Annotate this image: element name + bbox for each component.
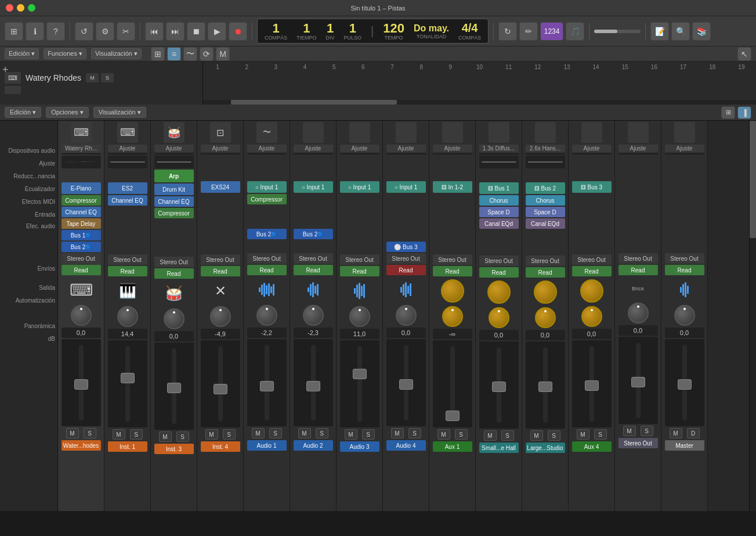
mute-btn-aux4[interactable]: M xyxy=(577,429,589,440)
mixer-grid-view[interactable]: ⊞ xyxy=(721,106,735,119)
solo-btn-audio3[interactable]: S xyxy=(362,429,375,440)
close-button[interactable] xyxy=(6,4,13,12)
ch-pan-stereoout[interactable] xyxy=(628,303,649,323)
ch-auto-watery[interactable]: Read xyxy=(62,265,101,275)
ch-input-aux1[interactable]: ⚅ In 1-2 xyxy=(433,181,472,193)
ch-auto-stereoout[interactable]: Read xyxy=(618,265,658,275)
fader-handle-master[interactable] xyxy=(678,379,692,390)
ch-fader-inst3[interactable] xyxy=(154,343,194,430)
play-button[interactable]: ▶ xyxy=(208,22,226,41)
ch-fader-smallhall[interactable] xyxy=(479,341,519,429)
ch-adjust-audio2[interactable]: Ajuste xyxy=(294,145,333,152)
pencil-button[interactable]: ✏ xyxy=(519,22,538,41)
ch-input-watery[interactable]: E-Piano xyxy=(62,182,101,194)
ch-pan-audio1[interactable] xyxy=(256,305,277,326)
ch-input-audio2[interactable]: ○ Input 1 xyxy=(294,181,333,193)
ch-auto-audio3[interactable]: Read xyxy=(340,266,379,276)
fader-handle-audio2[interactable] xyxy=(306,381,320,391)
ch-pan-smallhall[interactable] xyxy=(489,307,509,328)
ch-fx-channeleq-watery[interactable]: Channel EQ xyxy=(62,207,101,217)
ch-adjust-inst3[interactable]: Ajuste xyxy=(154,145,194,152)
ch-adjust-watery[interactable]: Watery Rh... xyxy=(62,145,101,152)
mute-btn-smallhall[interactable]: M xyxy=(484,430,497,441)
solo-btn-inst3[interactable]: S xyxy=(176,431,189,442)
mixer-edicion-menu[interactable]: Edición ▾ xyxy=(5,107,41,118)
ch-fx-space-smallhall[interactable]: Space D xyxy=(479,207,519,217)
ch-input-audio3[interactable]: ○ Input 1 xyxy=(340,181,379,193)
maximize-button[interactable] xyxy=(28,4,35,12)
fader-handle-largestudio[interactable] xyxy=(538,382,552,392)
ch-fx-channeleq-inst1[interactable]: Channel EQ xyxy=(108,195,147,206)
ch-fx-chorus-smallhall[interactable]: Chorus xyxy=(479,195,519,206)
minimize-button[interactable] xyxy=(17,4,24,12)
solo-btn-aux1[interactable]: S xyxy=(455,429,468,440)
solo-btn-stereoout[interactable]: S xyxy=(641,426,653,436)
mute-btn-audio1[interactable]: M xyxy=(252,428,265,438)
ch-fader-audio1[interactable] xyxy=(247,339,287,426)
ch-adjust-aux4[interactable]: Ajuste xyxy=(572,145,612,152)
ch-fader-audio4[interactable] xyxy=(386,339,426,426)
mixer-scrollbar-thumb-v[interactable] xyxy=(750,121,756,238)
fader-handle-audio4[interactable] xyxy=(399,379,413,390)
record-button[interactable]: ⏺ xyxy=(229,22,247,41)
ch-auto-aux4[interactable]: Read xyxy=(572,266,612,276)
rewind-button[interactable]: ⏮ xyxy=(145,22,164,41)
ch-pan-audio4[interactable] xyxy=(396,305,417,326)
ch-fx-canal-largestudio[interactable]: Canal EQd xyxy=(526,218,565,229)
ch-pan-audio3[interactable] xyxy=(349,306,370,327)
ch-fx-canal-smallhall[interactable]: Canal EQd xyxy=(479,218,519,229)
solo-btn-aux4[interactable]: S xyxy=(594,429,607,440)
ch-adjust-smallhall[interactable]: 1.3s Diffus... xyxy=(479,145,519,152)
fader-handle-stereoout[interactable] xyxy=(631,377,645,387)
mixer-button[interactable]: ⚙ xyxy=(96,22,114,41)
ch-fx-channeleq-inst3[interactable]: Channel EQ xyxy=(154,196,194,207)
ch-fader-inst4[interactable] xyxy=(201,340,240,427)
solo-btn-audio2[interactable]: S xyxy=(316,428,328,438)
fader-handle-inst1[interactable] xyxy=(121,373,135,383)
forward-button[interactable]: ⏭ xyxy=(166,22,185,41)
mute-btn-inst4[interactable]: M xyxy=(205,429,218,440)
ch-fader-audio3[interactable] xyxy=(340,340,379,427)
ch-input-largestudio[interactable]: ⚅ Bus 2 xyxy=(526,182,565,194)
ch-auto-inst1[interactable]: Read xyxy=(108,266,147,276)
ch-fx-space-largestudio[interactable]: Space D xyxy=(526,207,565,217)
library-button[interactable]: 📚 xyxy=(692,22,711,41)
ch-eq-inst3[interactable] xyxy=(154,156,194,168)
fader-handle-aux1[interactable] xyxy=(446,411,460,421)
ch-auto-audio2[interactable]: Read xyxy=(294,265,333,275)
ch-output-inst1[interactable]: Stereo Out xyxy=(108,254,147,265)
list-view-button[interactable]: ≡ xyxy=(167,47,181,61)
ch-fader-master[interactable] xyxy=(665,339,704,426)
ch-output-watery[interactable]: Stereo Out xyxy=(62,253,101,264)
ch-fx-compressor-watery[interactable]: Compressor xyxy=(62,195,101,206)
ch-fx-compressor-audio1[interactable]: Compressor xyxy=(247,194,287,204)
ch-output-audio2[interactable]: Stereo Out xyxy=(294,253,333,264)
solo-btn-inst4[interactable]: S xyxy=(223,429,236,440)
ch-input-audio1[interactable]: ○ Input 1 xyxy=(247,181,287,193)
ch-send-bus1-watery[interactable]: Bus 1 🔵 xyxy=(62,230,101,240)
ch-auto-inst3[interactable]: Read xyxy=(154,268,194,279)
counter-button[interactable]: 1234 xyxy=(540,22,563,41)
ch-pan-inst3[interactable] xyxy=(164,308,185,329)
ch-send-bus2-audio1[interactable]: Bus 2 🔵 xyxy=(247,229,287,239)
ch-fader-aux1[interactable] xyxy=(433,340,472,427)
ch-fx-chorus-largestudio[interactable]: Chorus xyxy=(526,195,565,206)
metronome-button[interactable]: 🎵 xyxy=(566,22,584,41)
ch-output-audio3[interactable]: Stereo Out xyxy=(340,254,379,265)
ch-pan-aux1[interactable] xyxy=(442,306,463,327)
ch-output-audio1[interactable]: Stereo Out xyxy=(247,253,287,264)
ch-midi-inst3[interactable]: Arp xyxy=(154,170,194,182)
notepad-button[interactable]: 📝 xyxy=(650,22,669,41)
funciones-menu[interactable]: Funciones ▾ xyxy=(44,48,86,59)
ch-adjust-stereoout[interactable]: Ajuste xyxy=(618,145,658,152)
ch-send-bus2-audio2[interactable]: Bus 2 🔵 xyxy=(294,229,333,239)
mute-btn-audio2[interactable]: M xyxy=(298,428,311,438)
volume-slider[interactable] xyxy=(594,30,641,33)
ch-output-smallhall[interactable]: Stereo Out xyxy=(479,256,519,266)
ch-send-bus3-audio4[interactable]: ⚪ Bus 3 xyxy=(386,242,426,252)
ch-auto-master[interactable]: Read xyxy=(665,265,704,275)
search-button[interactable]: 🔍 xyxy=(671,22,690,41)
ch-auto-inst4[interactable]: Read xyxy=(201,266,240,276)
ch-pan-big-aux4[interactable] xyxy=(580,279,603,303)
ch-pan-master[interactable] xyxy=(674,305,695,326)
